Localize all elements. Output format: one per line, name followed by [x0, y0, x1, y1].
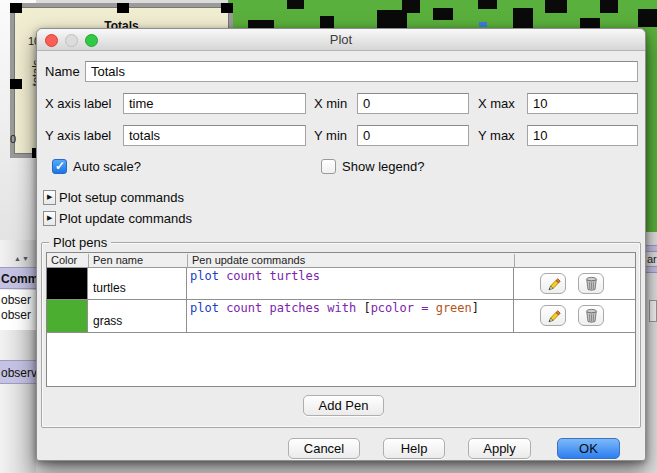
name-input[interactable]: Totals	[85, 61, 638, 82]
pencil-icon	[546, 276, 561, 291]
world-patch	[545, 0, 567, 13]
chevron-right-icon: ▶	[47, 193, 52, 201]
screenshot-canvas: Totals 10 totals 0 ar ▲▼ Comm obser obse…	[0, 0, 657, 473]
trash-icon	[584, 308, 599, 323]
command-center-history: obser obser	[0, 290, 36, 330]
plot-setup-disclosure-button[interactable]: ▶	[43, 190, 56, 205]
x-min-input[interactable]: 0	[357, 93, 469, 114]
y-min-input[interactable]: 0	[357, 125, 469, 146]
chevron-right-icon: ▶	[47, 214, 52, 222]
world-patch	[638, 9, 657, 27]
column-header-color: Color	[47, 254, 88, 267]
pen-update-commands-cell[interactable]: plot count patches with [pcolor = green]	[187, 300, 514, 332]
x-axis-input[interactable]: time	[123, 93, 306, 114]
dialog-title: Plot	[37, 32, 645, 47]
command-center-line: obser	[1, 308, 31, 322]
ok-button[interactable]: OK	[557, 438, 620, 459]
y-max-label: Y max	[478, 125, 515, 146]
world-patch	[600, 0, 618, 13]
trash-icon	[584, 276, 599, 291]
world-turtle-mark	[479, 22, 487, 27]
command-center-prompt[interactable]: observ	[0, 360, 36, 384]
auto-scale-label: Auto scale?	[73, 156, 141, 177]
command-center-prompt-label: observ	[1, 366, 37, 380]
auto-scale-checkbox[interactable]: ✓	[52, 159, 67, 174]
plot-setup-commands-label: Plot setup commands	[59, 187, 184, 208]
world-patch	[320, 16, 334, 28]
pen-color-swatch[interactable]	[47, 300, 88, 332]
apply-button[interactable]: Apply	[468, 438, 531, 459]
help-button[interactable]: Help	[383, 438, 445, 459]
resize-handle[interactable]	[117, 3, 129, 13]
plot-update-commands-label: Plot update commands	[59, 208, 192, 229]
pen-row-turtles[interactable]: turtles plot count turtles	[47, 268, 635, 300]
dialog-titlebar[interactable]: Plot	[37, 29, 645, 51]
edit-pen-button[interactable]	[540, 273, 566, 294]
edit-pen-button[interactable]	[540, 305, 566, 326]
plot-dialog: Plot Name Totals X axis label time X min…	[36, 28, 646, 461]
world-patch	[433, 8, 453, 20]
column-header-actions	[514, 254, 637, 267]
pen-color-swatch[interactable]	[47, 268, 88, 299]
name-label: Name	[45, 61, 80, 82]
pen-actions-cell	[514, 300, 637, 332]
pen-name-cell[interactable]: grass	[88, 300, 187, 332]
sort-arrows-icon[interactable]: ▲▼	[14, 255, 30, 262]
background-fragment-text: ar	[647, 253, 657, 265]
command-center-line: obser	[1, 293, 31, 307]
resize-handle[interactable]	[10, 79, 22, 89]
pencil-icon	[546, 308, 561, 323]
world-patch	[402, 0, 420, 13]
delete-pen-button[interactable]	[578, 305, 604, 326]
background-fragment	[646, 245, 657, 252]
y-max-input[interactable]: 10	[527, 125, 638, 146]
checkmark-icon: ✓	[55, 159, 65, 173]
command-center-header-label: Comm	[1, 272, 38, 286]
plot-pens-group-title: Plot pens	[49, 235, 111, 250]
world-patch	[287, 0, 304, 9]
y-axis-label: Y axis label	[45, 125, 111, 146]
column-header-pen-name: Pen name	[88, 254, 187, 267]
world-patch	[513, 8, 533, 28]
plot-pens-group: Plot pens Color Pen name Pen update comm…	[41, 242, 641, 428]
resize-handle[interactable]	[10, 3, 22, 13]
show-legend-label: Show legend?	[342, 156, 424, 177]
pen-table-header: Color Pen name Pen update commands	[47, 253, 635, 268]
world-patch	[580, 18, 600, 28]
cancel-button[interactable]: Cancel	[288, 438, 360, 459]
show-legend-checkbox[interactable]	[321, 159, 336, 174]
x-min-label: X min	[314, 93, 347, 114]
y-axis-input[interactable]: totals	[123, 125, 306, 146]
delete-pen-button[interactable]	[578, 273, 604, 294]
x-max-input[interactable]: 10	[527, 93, 638, 114]
command-center-header[interactable]: Comm	[0, 267, 36, 289]
pen-table: Color Pen name Pen update commands turtl…	[46, 252, 636, 387]
world-patch	[478, 0, 497, 9]
world-patch	[248, 20, 274, 28]
plot-update-disclosure-button[interactable]: ▶	[43, 211, 56, 226]
x-axis-label: X axis label	[45, 93, 111, 114]
background-fragment	[646, 266, 657, 273]
pen-row-grass[interactable]: grass plot count patches with [pcolor = …	[47, 300, 635, 333]
add-pen-button[interactable]: Add Pen	[303, 395, 384, 416]
y-min-label: Y min	[314, 125, 347, 146]
pen-actions-cell	[514, 268, 637, 299]
pen-name-cell[interactable]: turtles	[88, 268, 187, 299]
x-max-label: X max	[478, 93, 515, 114]
resize-handle[interactable]	[221, 3, 233, 13]
pen-update-commands-cell[interactable]: plot count turtles	[187, 268, 514, 299]
column-header-update-commands: Pen update commands	[187, 254, 514, 267]
background-fragment	[649, 300, 657, 322]
plot-widget-y-min: 0	[10, 133, 16, 145]
